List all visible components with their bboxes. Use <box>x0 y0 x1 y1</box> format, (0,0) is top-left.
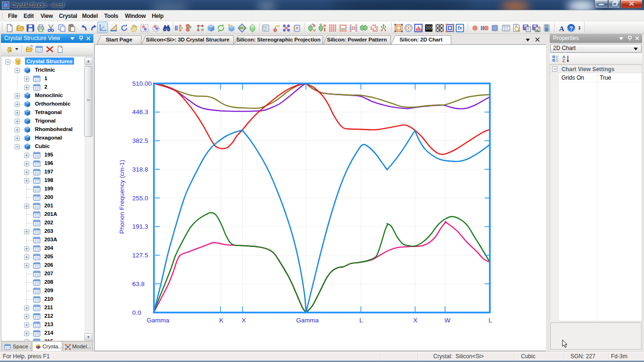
svg-text:X: X <box>413 317 417 324</box>
svg-text:Gamma: Gamma <box>296 317 319 324</box>
svg-text:Z: Z <box>562 58 565 63</box>
svg-text:X: X <box>241 317 246 324</box>
svg-text:382.5: 382.5 <box>132 137 149 144</box>
svg-text:318.8: 318.8 <box>132 166 149 173</box>
svg-text:255.0: 255.0 <box>132 195 149 202</box>
svg-text:?: ? <box>570 25 573 32</box>
svg-text:L: L <box>359 317 363 324</box>
svg-text:fx: fx <box>458 25 463 31</box>
svg-text:191.3: 191.3 <box>132 223 149 230</box>
svg-text:Phonon Frequency (cm-1): Phonon Frequency (cm-1) <box>118 160 125 234</box>
svg-text:510.00: 510.00 <box>132 80 152 87</box>
svg-text:L: L <box>488 317 492 324</box>
svg-text:A: A <box>559 25 565 33</box>
svg-text:127.5: 127.5 <box>132 252 149 259</box>
svg-text:Gamma: Gamma <box>147 317 170 324</box>
svg-text:HKl: HKl <box>239 26 245 30</box>
svg-text:V: V <box>313 28 316 33</box>
svg-text:W: W <box>445 317 451 324</box>
svg-text:446.3: 446.3 <box>132 108 149 115</box>
svg-text:63.8: 63.8 <box>132 280 145 288</box>
svg-text:K: K <box>219 317 223 324</box>
svg-text:{: { <box>7 46 9 53</box>
svg-text:0.0: 0.0 <box>132 309 141 316</box>
